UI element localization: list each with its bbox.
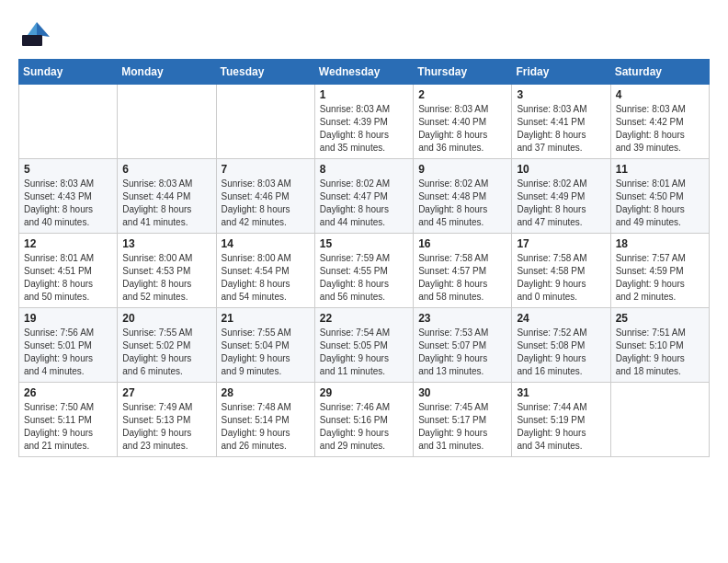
- day-number: 8: [320, 163, 408, 176]
- weekday-header-thursday: Thursday: [414, 60, 512, 85]
- day-info: Sunrise: 8:03 AM Sunset: 4:41 PM Dayligh…: [517, 103, 605, 155]
- day-info: Sunrise: 8:00 AM Sunset: 4:53 PM Dayligh…: [122, 252, 210, 304]
- day-info: Sunrise: 7:50 AM Sunset: 5:11 PM Dayligh…: [24, 401, 112, 453]
- calendar-cell: 17Sunrise: 7:58 AM Sunset: 4:58 PM Dayli…: [512, 234, 610, 308]
- day-info: Sunrise: 7:55 AM Sunset: 5:02 PM Dayligh…: [122, 327, 210, 378]
- calendar-cell: 12Sunrise: 8:01 AM Sunset: 4:51 PM Dayli…: [19, 234, 118, 308]
- calendar-cell: 28Sunrise: 7:48 AM Sunset: 5:14 PM Dayli…: [216, 383, 314, 457]
- calendar-cell: 7Sunrise: 8:03 AM Sunset: 4:46 PM Daylig…: [216, 159, 314, 234]
- calendar-cell: 22Sunrise: 7:54 AM Sunset: 5:05 PM Dayli…: [314, 308, 413, 383]
- day-number: 25: [616, 312, 704, 325]
- day-info: Sunrise: 8:02 AM Sunset: 4:49 PM Dayligh…: [517, 178, 605, 229]
- day-number: 18: [616, 237, 704, 250]
- day-info: Sunrise: 8:02 AM Sunset: 4:48 PM Dayligh…: [418, 178, 506, 229]
- day-info: Sunrise: 8:03 AM Sunset: 4:43 PM Dayligh…: [24, 178, 112, 229]
- weekday-header-friday: Friday: [512, 60, 610, 85]
- calendar-cell: 4Sunrise: 8:03 AM Sunset: 4:42 PM Daylig…: [610, 85, 709, 159]
- calendar-cell: 3Sunrise: 8:03 AM Sunset: 4:41 PM Daylig…: [512, 85, 610, 159]
- weekday-header-tuesday: Tuesday: [216, 60, 314, 85]
- day-number: 4: [616, 88, 704, 101]
- day-number: 12: [24, 237, 112, 250]
- day-info: Sunrise: 8:03 AM Sunset: 4:39 PM Dayligh…: [320, 103, 408, 155]
- calendar-cell: 13Sunrise: 8:00 AM Sunset: 4:53 PM Dayli…: [118, 234, 216, 308]
- calendar-cell: 27Sunrise: 7:49 AM Sunset: 5:13 PM Dayli…: [118, 383, 216, 457]
- day-info: Sunrise: 7:56 AM Sunset: 5:01 PM Dayligh…: [24, 327, 112, 378]
- weekday-header-monday: Monday: [118, 60, 216, 85]
- day-number: 17: [517, 237, 605, 250]
- day-number: 5: [24, 163, 112, 176]
- calendar-cell: [216, 85, 314, 159]
- day-number: 7: [222, 163, 310, 176]
- day-info: Sunrise: 7:53 AM Sunset: 5:07 PM Dayligh…: [418, 327, 506, 378]
- calendar-cell: 8Sunrise: 8:02 AM Sunset: 4:47 PM Daylig…: [314, 159, 413, 234]
- calendar-cell: [610, 383, 709, 457]
- calendar-body: 1Sunrise: 8:03 AM Sunset: 4:39 PM Daylig…: [19, 85, 710, 457]
- day-info: Sunrise: 8:03 AM Sunset: 4:46 PM Dayligh…: [222, 178, 310, 229]
- calendar-week-row-4: 26Sunrise: 7:50 AM Sunset: 5:11 PM Dayli…: [19, 383, 710, 457]
- day-number: 30: [418, 386, 506, 399]
- day-number: 26: [24, 386, 112, 399]
- weekday-header-saturday: Saturday: [610, 60, 709, 85]
- calendar-cell: 19Sunrise: 7:56 AM Sunset: 5:01 PM Dayli…: [19, 308, 118, 383]
- day-number: 24: [517, 312, 605, 325]
- calendar-cell: 5Sunrise: 8:03 AM Sunset: 4:43 PM Daylig…: [19, 159, 118, 234]
- day-number: 21: [222, 312, 310, 325]
- calendar-cell: 26Sunrise: 7:50 AM Sunset: 5:11 PM Dayli…: [19, 383, 118, 457]
- calendar-week-row-0: 1Sunrise: 8:03 AM Sunset: 4:39 PM Daylig…: [19, 85, 710, 159]
- day-number: 10: [517, 163, 605, 176]
- calendar-cell: 21Sunrise: 7:55 AM Sunset: 5:04 PM Dayli…: [216, 308, 314, 383]
- header: [18, 17, 710, 50]
- calendar-cell: 20Sunrise: 7:55 AM Sunset: 5:02 PM Dayli…: [118, 308, 216, 383]
- day-number: 23: [418, 312, 506, 325]
- calendar-cell: 30Sunrise: 7:45 AM Sunset: 5:17 PM Dayli…: [414, 383, 512, 457]
- day-number: 2: [418, 88, 506, 101]
- weekday-header-sunday: Sunday: [19, 60, 118, 85]
- day-number: 29: [320, 386, 408, 399]
- calendar-week-row-3: 19Sunrise: 7:56 AM Sunset: 5:01 PM Dayli…: [19, 308, 710, 383]
- day-info: Sunrise: 7:54 AM Sunset: 5:05 PM Dayligh…: [320, 327, 408, 378]
- day-info: Sunrise: 7:49 AM Sunset: 5:13 PM Dayligh…: [122, 401, 210, 453]
- day-info: Sunrise: 7:45 AM Sunset: 5:17 PM Dayligh…: [418, 401, 506, 453]
- calendar-cell: 1Sunrise: 8:03 AM Sunset: 4:39 PM Daylig…: [314, 85, 413, 159]
- day-number: 22: [320, 312, 408, 325]
- day-number: 16: [418, 237, 506, 250]
- day-info: Sunrise: 7:57 AM Sunset: 4:59 PM Dayligh…: [616, 252, 704, 304]
- calendar-cell: 11Sunrise: 8:01 AM Sunset: 4:50 PM Dayli…: [610, 159, 709, 234]
- weekday-header-wednesday: Wednesday: [314, 60, 413, 85]
- day-info: Sunrise: 8:02 AM Sunset: 4:47 PM Dayligh…: [320, 178, 408, 229]
- calendar-cell: 31Sunrise: 7:44 AM Sunset: 5:19 PM Dayli…: [512, 383, 610, 457]
- day-number: 31: [517, 386, 605, 399]
- calendar-cell: 14Sunrise: 8:00 AM Sunset: 4:54 PM Dayli…: [216, 234, 314, 308]
- calendar-cell: 6Sunrise: 8:03 AM Sunset: 4:44 PM Daylig…: [118, 159, 216, 234]
- day-info: Sunrise: 8:03 AM Sunset: 4:40 PM Dayligh…: [418, 103, 506, 155]
- day-info: Sunrise: 7:48 AM Sunset: 5:14 PM Dayligh…: [222, 401, 310, 453]
- day-number: 20: [122, 312, 210, 325]
- calendar-cell: 24Sunrise: 7:52 AM Sunset: 5:08 PM Dayli…: [512, 308, 610, 383]
- day-info: Sunrise: 8:03 AM Sunset: 4:42 PM Dayligh…: [616, 103, 704, 155]
- day-number: 15: [320, 237, 408, 250]
- calendar-cell: 10Sunrise: 8:02 AM Sunset: 4:49 PM Dayli…: [512, 159, 610, 234]
- svg-rect-3: [22, 35, 42, 46]
- day-number: 19: [24, 312, 112, 325]
- calendar-header: SundayMondayTuesdayWednesdayThursdayFrid…: [19, 60, 710, 85]
- logo: [18, 17, 57, 50]
- calendar-cell: 18Sunrise: 7:57 AM Sunset: 4:59 PM Dayli…: [610, 234, 709, 308]
- calendar-cell: 16Sunrise: 7:58 AM Sunset: 4:57 PM Dayli…: [414, 234, 512, 308]
- weekday-header-row: SundayMondayTuesdayWednesdayThursdayFrid…: [19, 60, 710, 85]
- day-info: Sunrise: 8:01 AM Sunset: 4:51 PM Dayligh…: [24, 252, 112, 304]
- calendar-cell: 9Sunrise: 8:02 AM Sunset: 4:48 PM Daylig…: [414, 159, 512, 234]
- calendar-cell: 29Sunrise: 7:46 AM Sunset: 5:16 PM Dayli…: [314, 383, 413, 457]
- day-info: Sunrise: 7:46 AM Sunset: 5:16 PM Dayligh…: [320, 401, 408, 453]
- calendar-cell: [118, 85, 216, 159]
- day-number: 6: [122, 163, 210, 176]
- calendar-cell: 25Sunrise: 7:51 AM Sunset: 5:10 PM Dayli…: [610, 308, 709, 383]
- day-number: 13: [122, 237, 210, 250]
- day-info: Sunrise: 8:03 AM Sunset: 4:44 PM Dayligh…: [122, 178, 210, 229]
- day-info: Sunrise: 7:58 AM Sunset: 4:57 PM Dayligh…: [418, 252, 506, 304]
- day-info: Sunrise: 8:00 AM Sunset: 4:54 PM Dayligh…: [222, 252, 310, 304]
- calendar-week-row-2: 12Sunrise: 8:01 AM Sunset: 4:51 PM Dayli…: [19, 234, 710, 308]
- day-number: 28: [222, 386, 310, 399]
- day-info: Sunrise: 7:55 AM Sunset: 5:04 PM Dayligh…: [222, 327, 310, 378]
- day-info: Sunrise: 7:52 AM Sunset: 5:08 PM Dayligh…: [517, 327, 605, 378]
- calendar-week-row-1: 5Sunrise: 8:03 AM Sunset: 4:43 PM Daylig…: [19, 159, 710, 234]
